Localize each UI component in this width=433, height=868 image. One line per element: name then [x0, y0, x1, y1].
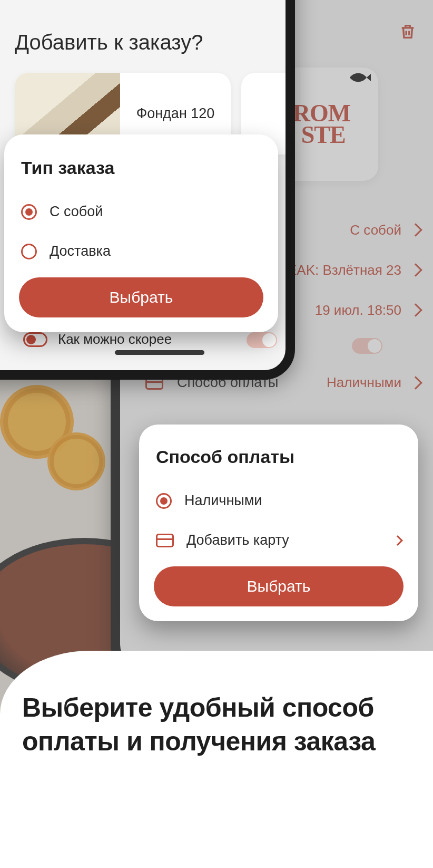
- order-type-value: С собой: [350, 222, 401, 238]
- option-cash[interactable]: Наличными: [154, 485, 404, 516]
- option-label: С собой: [50, 204, 103, 220]
- brand-logo: ROM STE: [293, 103, 350, 146]
- asap-toggle-front[interactable]: [247, 332, 277, 348]
- asap-row[interactable]: Как можно скорее: [23, 331, 172, 348]
- chevron-right-icon: [409, 263, 422, 276]
- delete-button[interactable]: [395, 19, 420, 44]
- asap-label: Как можно скорее: [58, 331, 172, 348]
- page-title: Добавить к заказу?: [15, 31, 203, 54]
- option-label: Доставка: [50, 243, 111, 259]
- modal-title: Способ оплаты: [154, 447, 404, 467]
- option-delivery[interactable]: Доставка: [19, 236, 263, 267]
- radio-selected-icon: [21, 204, 37, 220]
- chevron-right-icon: [409, 223, 422, 236]
- logo-text-2: STE: [293, 121, 346, 148]
- drag-handle: [115, 350, 204, 355]
- chevron-right-icon: [409, 376, 422, 389]
- option-pickup[interactable]: С собой: [19, 196, 263, 227]
- modal-title: Тип заказа: [19, 158, 263, 178]
- trash-icon: [399, 23, 417, 41]
- radio-icon: [21, 244, 37, 259]
- button-label: Выбрать: [110, 288, 173, 306]
- fish-icon: [349, 72, 371, 83]
- address-value: EAK: Взлётная 23: [288, 262, 401, 278]
- toggle-icon: [23, 332, 47, 347]
- time-value: 19 июл. 18:50: [315, 302, 401, 319]
- option-add-card[interactable]: Добавить карту: [154, 525, 404, 556]
- option-label: Добавить карту: [186, 532, 289, 548]
- payment-value: Наличными: [327, 374, 401, 391]
- order-type-modal: Тип заказа С собой Доставка Выбрать: [4, 134, 278, 332]
- promo-caption-panel: Выберите удобный способ оплаты и получен…: [0, 651, 433, 868]
- button-label: Выбрать: [247, 577, 311, 595]
- option-label: Наличными: [184, 493, 262, 509]
- chevron-right-icon: [409, 303, 422, 316]
- payment-method-modal: Способ оплаты Наличными Добавить карту В…: [139, 425, 418, 621]
- card-icon: [156, 534, 174, 547]
- asap-toggle[interactable]: [352, 338, 382, 354]
- select-button[interactable]: Выбрать: [19, 277, 263, 317]
- product-name: Фондан 120: [120, 105, 231, 122]
- select-button[interactable]: Выбрать: [154, 566, 404, 606]
- radio-selected-icon: [156, 493, 172, 509]
- chevron-right-icon: [392, 535, 403, 546]
- promo-caption-text: Выберите удобный способ оплаты и получен…: [22, 691, 433, 758]
